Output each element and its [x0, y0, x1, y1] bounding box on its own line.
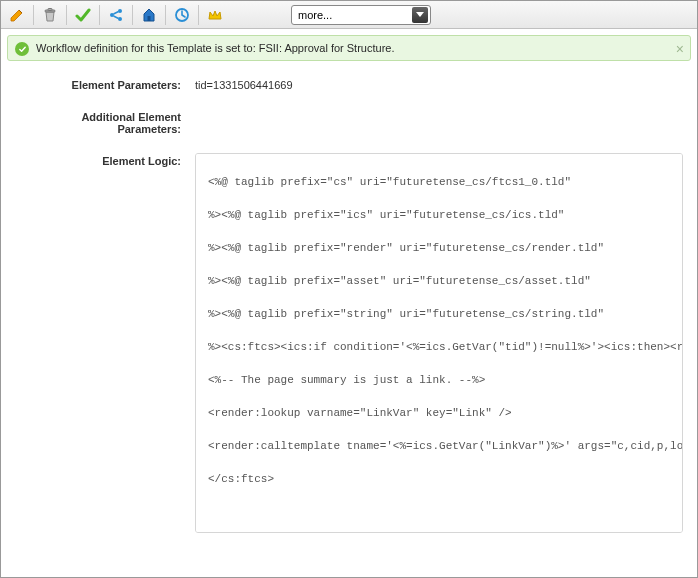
- toolbar-divider: [165, 5, 166, 25]
- approve-icon[interactable]: [71, 4, 95, 26]
- check-icon: [15, 42, 29, 56]
- additional-element-parameters-value: [195, 109, 683, 111]
- chevron-down-icon: [412, 7, 428, 23]
- bookmark-icon[interactable]: [137, 4, 161, 26]
- toolbar: more...: [1, 1, 697, 29]
- close-icon[interactable]: ×: [676, 41, 684, 57]
- row-element-parameters: Element Parameters: tid=1331506441669: [15, 77, 683, 91]
- element-parameters-value: tid=1331506441669: [195, 77, 683, 91]
- notice-text: Workflow definition for this Template is…: [36, 42, 394, 54]
- workflow-notice: Workflow definition for this Template is…: [7, 35, 691, 61]
- element-parameters-label: Element Parameters:: [15, 77, 195, 91]
- share-icon[interactable]: [104, 4, 128, 26]
- additional-element-parameters-label: Additional Element Parameters:: [15, 109, 195, 135]
- delete-icon[interactable]: [38, 4, 62, 26]
- element-logic-code: <%@ taglib prefix="cs" uri="futuretense_…: [196, 154, 683, 508]
- row-additional-element-parameters: Additional Element Parameters:: [15, 109, 683, 135]
- toolbar-divider: [99, 5, 100, 25]
- more-dropdown[interactable]: more...: [291, 5, 431, 25]
- row-element-logic: Element Logic: <%@ taglib prefix="cs" ur…: [15, 153, 683, 533]
- history-icon[interactable]: [170, 4, 194, 26]
- more-dropdown-label: more...: [298, 9, 332, 21]
- toolbar-divider: [33, 5, 34, 25]
- toolbar-divider: [132, 5, 133, 25]
- svg-rect-5: [148, 16, 151, 21]
- toolbar-divider: [66, 5, 67, 25]
- edit-icon[interactable]: [5, 4, 29, 26]
- svg-point-3: [118, 9, 122, 13]
- toolbar-divider: [198, 5, 199, 25]
- svg-rect-1: [48, 8, 52, 10]
- svg-point-4: [118, 17, 122, 21]
- content-scroll[interactable]: Element Parameters: tid=1331506441669 Ad…: [1, 65, 697, 577]
- crown-icon[interactable]: [203, 4, 227, 26]
- element-logic-label: Element Logic:: [15, 153, 195, 167]
- element-logic-codebox[interactable]: <%@ taglib prefix="cs" uri="futuretense_…: [195, 153, 683, 533]
